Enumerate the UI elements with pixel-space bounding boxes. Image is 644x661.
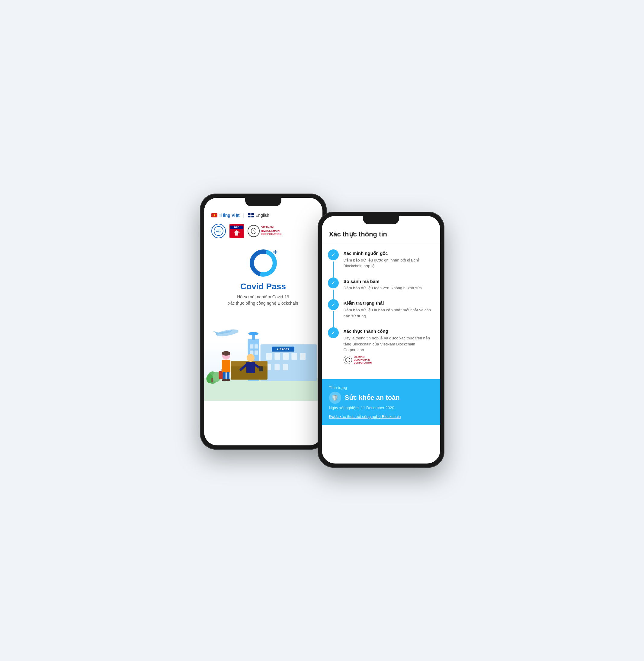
status-date: Ngày xét nghiệm: 11 December 2020 [329,406,433,410]
svg-rect-16 [283,364,288,370]
svg-rect-11 [283,353,289,360]
svg-rect-23 [254,344,258,348]
svg-rect-46 [223,372,225,380]
svg-rect-33 [211,378,213,382]
step-4-content: Xác thực thành công Đây là thông tin hợp… [344,327,434,365]
phone-notch-2 [363,216,399,224]
step-4-check-icon: ✓ [328,327,339,338]
step-2-heading: So sánh mã băm [344,279,434,284]
step-1-heading: Xác minh nguồn gốc [344,251,434,256]
step-2-content: So sánh mã băm Đảm bảo dữ liệu toàn vẹn,… [344,277,434,291]
svg-rect-9 [266,353,272,360]
phones-container: Tiếng Việt | English BYT [200,193,444,468]
app-logo: + [248,248,278,278]
phone-home: Tiếng Việt | English BYT [200,193,327,450]
verify-steps: ✓ Xác minh nguồn gốc Đảm bảo dữ liệu đượ… [322,243,440,379]
bc-text: VIETNAM BLOCKCHAIN CORPORATION [354,356,372,365]
svg-rect-15 [274,364,280,370]
svg-text:AIRPORT: AIRPORT [277,347,289,350]
step-3-content: Kiểm tra trạng thái Đảm bảo dữ liệu là b… [344,299,434,319]
svg-point-49 [226,379,230,381]
app-subtitle: Hồ sơ xét nghiệm Covid-19 xác thực bằng … [228,294,298,306]
svg-rect-40 [259,366,263,371]
step-1-desc: Đảm bảo dữ liệu được ghi nhận bởi địa ch… [344,257,434,269]
svg-rect-12 [291,353,297,360]
status-bar: Tình trạng 🛡️ Sức khỏe an toàn Ngày xét … [322,379,440,425]
scene-svg: AIRPORT [204,316,322,401]
step-1-content: Xác minh nguồn gốc Đảm bảo dữ liệu được … [344,249,434,269]
lang-english-button[interactable]: English [248,213,269,218]
svg-rect-22 [250,344,253,348]
bc-circle-icon [344,356,352,364]
phone-verify: Xác thực thông tin ✓ Xác minh nguồn gốc … [318,212,444,468]
blockchain-verify-link[interactable]: Được xác thực bởi công nghệ Blockchain [329,414,433,419]
illustration: AIRPORT [204,310,322,401]
svg-marker-50 [346,358,350,362]
step-2-desc: Đảm bảo dữ liệu toàn vẹn, không bị xóa s… [344,285,434,291]
step-4-desc: Đây là thông tin hợp lệ và được xác thực… [344,335,434,353]
svg-point-21 [248,332,258,335]
svg-rect-47 [226,372,229,380]
svg-point-48 [222,379,226,381]
verify-title: Xác thực thông tin [329,230,433,238]
flag-vn-icon [211,213,217,218]
step-3-desc: Đảm bảo dữ liệu là bản cập nhật mới nhất… [344,307,434,319]
lang-viet-label: Tiếng Việt [219,213,240,218]
shield-icon: 🛡️ [329,392,341,404]
blockchain-logo-small: VIETNAM BLOCKCHAIN CORPORATION [344,356,434,365]
blockchain-logo: ⬡ VIETNAM BLOCKCHAIN CORPORATION [248,225,282,237]
status-label: Tình trạng [329,385,433,390]
svg-rect-10 [274,353,280,360]
step-1: ✓ Xác minh nguồn gốc Đảm bảo dữ liệu đượ… [328,249,434,269]
ministry-logo: BYT [211,224,226,238]
logos-row: BYT NTP [204,221,322,241]
step-4-heading: Xác thực thành công [344,328,434,334]
svg-rect-13 [300,353,305,360]
step-3-check-icon: ✓ [328,299,339,310]
svg-rect-25 [254,350,258,355]
status-text: Sức khỏe an toàn [345,394,400,402]
svg-point-36 [246,354,254,362]
step-2-check-icon: ✓ [328,277,339,288]
lang-english-label: English [255,213,269,218]
step-1-check-icon: ✓ [328,249,339,260]
step-3-heading: Kiểm tra trạng thái [344,300,434,306]
step-3: ✓ Kiểm tra trạng thái Đảm bảo dữ liệu là… [328,299,434,319]
lang-divider: | [243,213,244,218]
phone-notch [245,198,281,206]
app-hero: + Covid Pass Hồ sơ xét nghiệm Covid-19 x… [204,241,322,310]
status-main: 🛡️ Sức khỏe an toàn [329,392,433,404]
app-title: Covid Pass [240,282,286,291]
lang-viet-button[interactable]: Tiếng Việt [211,213,240,218]
svg-text:⬡: ⬡ [253,230,254,232]
svg-rect-7 [204,378,322,401]
step-2: ✓ So sánh mã băm Đảm bảo dữ liệu toàn vẹ… [328,277,434,291]
svg-text:BYT: BYT [216,230,221,233]
ntp-logo: NTP [229,224,244,238]
step-4: ✓ Xác thực thành công Đây là thông tin h… [328,327,434,365]
svg-point-44 [222,351,230,356]
svg-rect-45 [222,360,230,372]
flag-uk-icon [248,213,254,218]
svg-rect-37 [246,362,255,373]
